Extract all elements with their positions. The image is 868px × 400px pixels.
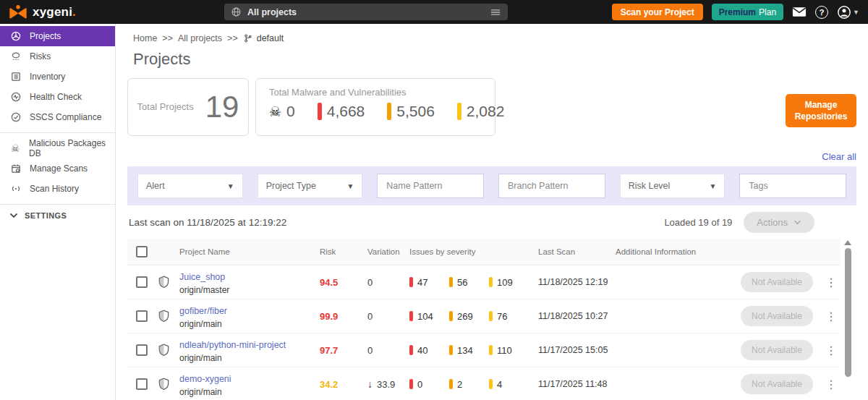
breadcrumb: Home >> All projects >> default (127, 33, 856, 43)
row-checkbox[interactable] (136, 276, 148, 288)
tags-input[interactable] (749, 181, 837, 191)
sidebar-item-risks[interactable]: Risks (0, 46, 115, 67)
total-projects-card: Total Projects 19 (127, 78, 249, 136)
xygeni-logo-icon (9, 4, 27, 20)
medium-issues-chip: 4 (489, 379, 529, 390)
risk-score: 34.2 (320, 379, 367, 390)
kebab-menu-icon[interactable]: ⋮ (822, 378, 841, 391)
xygeni-logo[interactable]: xygeni. (9, 4, 76, 20)
sidebar-item-label: Malicious Packages DB (29, 138, 115, 158)
sidebar-item-scan-history[interactable]: Scan History (0, 179, 115, 199)
sidebar-item-malicious-packages-db[interactable]: ☠ Malicious Packages DB (0, 138, 115, 158)
globe-icon (231, 7, 242, 17)
header-additional-information[interactable]: Additional Information (616, 247, 741, 256)
medium-count: 2,082 (467, 103, 505, 120)
pulse-icon (9, 91, 22, 103)
project-type-filter-select[interactable]: Project Type▼ (258, 174, 363, 198)
issues-by-severity-cell: 0 2 4 (409, 379, 538, 390)
sidebar-item-sscs-compliance[interactable]: SSCS Compliance (0, 107, 115, 127)
tags-field (739, 174, 846, 198)
project-link[interactable]: Juice_shop (179, 272, 225, 282)
table-row: ndleah/python-mini-project origin/main 9… (127, 333, 841, 367)
shield-icon (158, 344, 179, 357)
select-all-checkbox[interactable] (136, 246, 148, 258)
premium-plan-button[interactable]: PremiumPlan (712, 4, 783, 20)
row-checkbox[interactable] (136, 378, 148, 390)
malware-count-group: ☠ 0 (269, 103, 295, 120)
actions-button[interactable]: Actions (744, 212, 814, 233)
variation-value: ↓33.9 (367, 378, 409, 390)
logo-wordmark: xygeni. (33, 5, 76, 20)
toolbar-right: Loaded 19 of 19 Actions (664, 212, 814, 233)
help-icon[interactable]: ? (815, 6, 828, 19)
branch-pattern-input[interactable] (508, 181, 596, 191)
mail-icon[interactable] (792, 7, 807, 17)
name-pattern-input[interactable] (386, 181, 475, 191)
critical-severity-bar (409, 311, 413, 321)
header-last-scan[interactable]: Last Scan (538, 247, 616, 256)
header-variation[interactable]: Variation (367, 247, 409, 256)
clear-all-link[interactable]: Clear all (127, 151, 856, 162)
risk-score: 97.7 (320, 345, 367, 356)
breadcrumb-branch[interactable]: default (243, 33, 284, 43)
header-issues-by-severity[interactable]: Issues by severity (409, 247, 538, 256)
sidebar-settings-toggle[interactable]: SETTINGS (0, 211, 115, 220)
scan-your-project-button[interactable]: Scan your Project (612, 4, 703, 20)
kebab-menu-icon[interactable]: ⋮ (822, 344, 841, 357)
high-issues-chip: 134 (449, 345, 489, 356)
signal-icon (9, 183, 22, 195)
scroll-up-arrow[interactable] (844, 240, 851, 245)
skull-icon: ☠ (9, 142, 21, 154)
issues-by-severity-cell: 47 56 109 (409, 277, 538, 288)
chevron-down-icon (793, 220, 801, 225)
breadcrumb-separator: >> (227, 33, 238, 43)
alert-filter-select[interactable]: Alert▼ (137, 174, 243, 198)
risk-level-filter-select[interactable]: Risk Level▼ (620, 174, 726, 198)
row-checkbox[interactable] (136, 344, 148, 356)
sidebar-item-inventory[interactable]: Inventory (0, 67, 115, 87)
table-row: demo-xygeni origin/main 34.2 ↓33.9 0 2 4… (127, 367, 841, 400)
breadcrumb-home[interactable]: Home (133, 33, 157, 43)
chevron-down-icon: ▼ (346, 182, 354, 190)
filter-bar: Alert▼ Project Type▼ Risk Level▼ (127, 166, 856, 205)
chevron-down-icon: ▼ (227, 182, 234, 190)
high-severity-bar (449, 379, 453, 389)
scrollbar-thumb[interactable] (845, 248, 851, 377)
manage-repositories-button[interactable]: Manage Repositories (786, 94, 856, 127)
high-severity-bar (449, 345, 453, 355)
malware-card-title: Total Malware and Vulnerabilities (269, 87, 482, 98)
calendar-icon (9, 163, 22, 174)
sidebar-item-health-check[interactable]: Health Check (0, 87, 115, 107)
not-available-button: Not Available (741, 306, 813, 326)
loaded-count-text: Loaded 19 of 19 (664, 217, 732, 228)
medium-severity-bar (489, 345, 493, 355)
branch-pattern-field (498, 174, 605, 198)
critical-severity-bar (409, 345, 413, 355)
project-link[interactable]: ndleah/python-mini-project (179, 340, 286, 350)
sidebar-item-label: Scan History (30, 184, 79, 194)
account-caret-icon: ▼ (853, 9, 859, 16)
medium-count-group: 2,082 (457, 103, 505, 120)
sidebar-item-manage-scans[interactable]: Manage Scans (0, 158, 115, 179)
breadcrumb-all-projects[interactable]: All projects (178, 33, 222, 43)
project-link[interactable]: demo-xygeni (179, 374, 231, 384)
header-project-name[interactable]: Project Name (179, 247, 320, 256)
not-available-button: Not Available (741, 374, 813, 394)
project-scope-selector[interactable]: All projects (224, 4, 508, 20)
kebab-menu-icon[interactable]: ⋮ (822, 310, 841, 323)
row-checkbox[interactable] (136, 310, 148, 322)
sidebar-item-projects[interactable]: Projects (0, 26, 115, 46)
scope-selector-label: All projects (247, 7, 484, 17)
account-icon[interactable]: ▼ (837, 5, 859, 20)
main-content: Home >> All projects >> default Projects (116, 24, 868, 400)
header-risk[interactable]: Risk (320, 247, 367, 256)
medium-severity-bar (457, 103, 461, 120)
critical-count: 4,668 (327, 103, 365, 120)
shield-icon (158, 310, 179, 323)
tune-icon[interactable] (490, 7, 501, 17)
project-link[interactable]: gofiber/fiber (179, 306, 227, 316)
shield-icon (158, 276, 179, 289)
kebab-menu-icon[interactable]: ⋮ (822, 276, 841, 289)
critical-issues-chip: 40 (409, 345, 449, 356)
medium-severity-bar (489, 277, 493, 287)
